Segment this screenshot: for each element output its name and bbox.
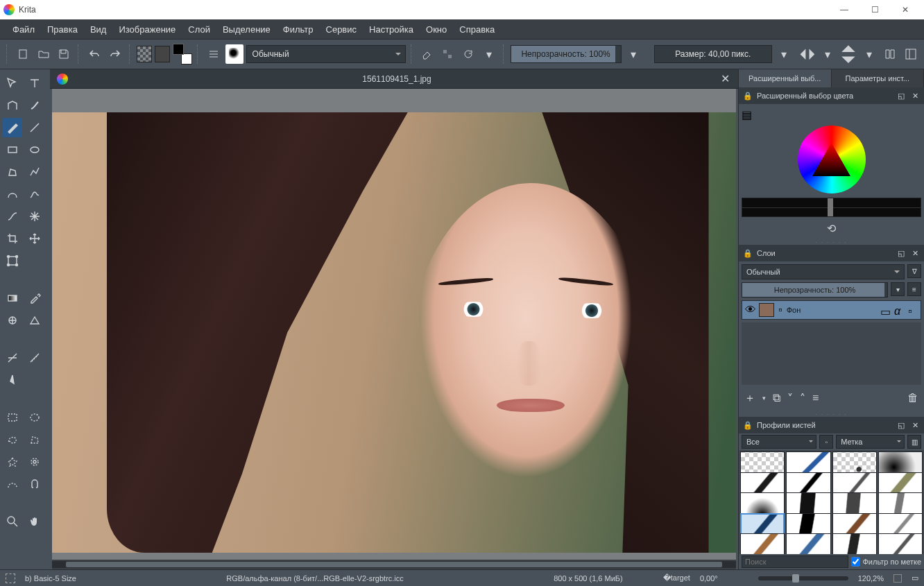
alpha-lock-button[interactable]	[438, 44, 456, 64]
color-wheel[interactable]	[798, 126, 866, 193]
tool-similar-select[interactable]	[25, 452, 44, 472]
mirror-v-dropdown-icon[interactable]: ▾	[860, 44, 878, 64]
tool-contiguous-select[interactable]	[3, 452, 22, 472]
tool-smart-fill[interactable]	[25, 311, 44, 330]
delete-layer-button[interactable]: 🗑	[907, 392, 918, 404]
menu-view[interactable]: Вид	[85, 22, 112, 37]
tool-transform-tool[interactable]	[3, 251, 22, 270]
close-panel-icon[interactable]: ✕	[910, 420, 920, 430]
new-document-button[interactable]	[14, 44, 32, 64]
panel-resize-grip[interactable]: · · · · · ·	[739, 411, 924, 417]
tool-dynamic-brush[interactable]	[3, 207, 22, 226]
pattern-swatch-button[interactable]	[137, 46, 152, 62]
tool-bezier-select[interactable]	[3, 474, 22, 494]
tab-advanced-color[interactable]: Расширенный выб...	[739, 69, 832, 87]
menu-settings[interactable]: Настройка	[363, 22, 419, 37]
float-panel-icon[interactable]: ◱	[896, 248, 906, 258]
save-document-button[interactable]	[55, 44, 74, 64]
tool-pan[interactable]	[25, 512, 44, 531]
layer-properties-button[interactable]: ≡	[812, 392, 819, 404]
brush-preset[interactable]	[832, 533, 877, 554]
move-layer-up-button[interactable]: ˄	[800, 392, 805, 405]
menu-window[interactable]: Окно	[420, 22, 452, 37]
tool-freehand-select[interactable]	[3, 430, 22, 449]
undo-button[interactable]	[85, 44, 103, 64]
mirror-vertical-button[interactable]	[839, 44, 857, 64]
close-panel-icon[interactable]: ✕	[910, 91, 920, 101]
close-panel-icon[interactable]: ✕	[910, 248, 920, 258]
selection-indicator-icon[interactable]	[6, 574, 15, 583]
brush-preset-preview[interactable]	[225, 44, 243, 64]
window-close-button[interactable]: ✕	[890, 0, 921, 19]
status-zoom[interactable]: 120,2%	[858, 574, 884, 583]
tool-polyline[interactable]	[25, 162, 44, 182]
layer-opacity-more-icon[interactable]: ▾	[891, 282, 905, 296]
tool-bezier[interactable]	[3, 184, 22, 204]
menu-edit[interactable]: Правка	[42, 22, 83, 37]
eraser-mode-button[interactable]	[418, 44, 436, 64]
toolbar-dropdown-icon[interactable]: ▾	[480, 44, 498, 64]
tool-multibrush[interactable]	[25, 207, 44, 226]
tool-move[interactable]	[25, 229, 44, 248]
tool-freehand-brush[interactable]	[3, 118, 22, 137]
brush-view-icon[interactable]: ▥	[907, 435, 921, 449]
layer-blend-combo[interactable]: Обычный	[742, 264, 905, 279]
zoom-slider[interactable]	[758, 576, 848, 580]
mirror-h-dropdown-icon[interactable]: ▾	[819, 44, 837, 64]
float-panel-icon[interactable]: ◱	[896, 91, 906, 101]
menu-select[interactable]: Выделение	[217, 22, 276, 37]
layer-extras-icon[interactable]: ▫	[908, 305, 918, 315]
opacity-slider[interactable]: Непрозрачность: 100%	[511, 45, 622, 63]
menu-filter[interactable]: Фильтр	[277, 22, 319, 37]
blend-mode-combo[interactable]: Обычный	[246, 45, 406, 63]
mirror-horizontal-button[interactable]	[798, 44, 816, 64]
tool-reference[interactable]	[3, 370, 22, 390]
open-document-button[interactable]	[35, 44, 53, 64]
float-panel-icon[interactable]: ◱	[896, 420, 906, 430]
tool-line[interactable]	[25, 118, 44, 137]
tab-tool-options[interactable]: Параметры инст...	[832, 69, 925, 87]
tool-edit-shapes[interactable]	[3, 96, 22, 115]
brush-filter-tag-checkbox[interactable]: Фильтр по метке	[851, 555, 921, 568]
brush-filter-tag-combo[interactable]: Метка	[836, 435, 905, 449]
menu-tools[interactable]: Сервис	[320, 22, 363, 37]
tool-pattern-fill[interactable]	[3, 311, 22, 330]
menu-file[interactable]: Файл	[7, 22, 40, 37]
rotation-reset-icon[interactable]: �target	[663, 574, 690, 583]
reload-preset-button[interactable]	[459, 44, 477, 64]
horizontal-scrollbar[interactable]	[52, 560, 736, 569]
wraparound-button[interactable]	[881, 44, 899, 64]
redo-button[interactable]	[106, 44, 124, 64]
add-layer-dropdown-icon[interactable]: ▾	[762, 395, 766, 402]
menu-image[interactable]: Изображение	[113, 22, 181, 37]
add-layer-button[interactable]: ＋	[744, 391, 755, 406]
tool-freehand-path[interactable]	[25, 184, 44, 204]
tool-measure[interactable]	[25, 348, 44, 368]
canvas-image[interactable]	[52, 112, 736, 553]
menu-layer[interactable]: Слой	[182, 22, 216, 37]
layer-lock-icon[interactable]: ▭	[880, 305, 890, 315]
layer-options-icon[interactable]: ≡	[907, 282, 921, 296]
zoom-fit-checkbox[interactable]	[893, 574, 902, 583]
tool-polygon[interactable]	[3, 162, 22, 182]
canvas-map-icon[interactable]: ▭	[912, 574, 918, 583]
size-more-icon[interactable]: ▾	[775, 44, 793, 64]
layer-visibility-icon[interactable]: 👁	[745, 304, 755, 316]
tool-rect-select[interactable]	[3, 408, 22, 427]
size-slider[interactable]: Размер: 40,00 пикс.	[654, 45, 772, 63]
document-close-button[interactable]: ✕	[719, 72, 731, 85]
layer-alpha-icon[interactable]: α	[894, 305, 904, 315]
brush-preset[interactable]	[740, 533, 785, 554]
brush-filter-all-combo[interactable]: Все	[742, 435, 816, 449]
window-maximize-button[interactable]: ☐	[859, 0, 890, 19]
gradient-swatch-button[interactable]	[155, 46, 170, 62]
move-layer-down-button[interactable]: ˅	[787, 392, 793, 405]
tool-crop[interactable]	[3, 229, 22, 248]
tool-ellipse[interactable]	[25, 140, 44, 160]
window-minimize-button[interactable]: —	[829, 0, 859, 19]
brush-settings-button[interactable]	[205, 44, 223, 64]
menu-help[interactable]: Справка	[454, 22, 500, 37]
layer-name[interactable]: Фон	[787, 306, 876, 314]
panel-resize-grip[interactable]: · · · · · ·	[739, 239, 924, 245]
layer-filter-icon[interactable]: ∇	[907, 264, 921, 278]
